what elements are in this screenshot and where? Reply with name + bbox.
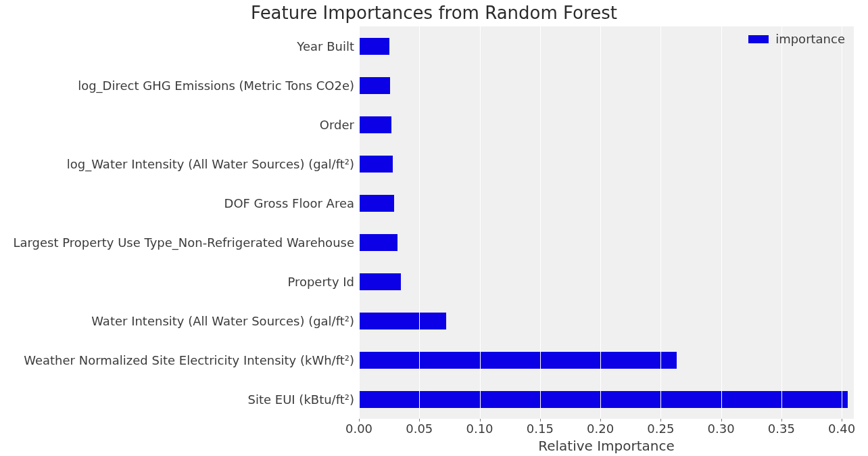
gridline — [660, 26, 661, 419]
y-tick-label: Water Intensity (All Water Sources) (gal… — [91, 314, 354, 328]
gridline — [359, 26, 360, 419]
bar — [359, 352, 677, 369]
legend-label: importance — [775, 32, 845, 46]
bar — [359, 195, 394, 212]
gridline — [842, 26, 842, 419]
x-tick-label: 0.15 — [527, 421, 554, 436]
x-tick-mark — [359, 419, 360, 421]
x-tick-label: 0.40 — [828, 421, 855, 436]
bar — [359, 77, 390, 94]
gridline — [600, 26, 601, 419]
y-tick-label: log_Direct GHG Emissions (Metric Tons CO… — [78, 78, 354, 93]
x-tick-mark — [600, 419, 601, 421]
plot-area — [359, 26, 854, 419]
bar — [359, 234, 397, 251]
x-tick-label: 0.05 — [406, 421, 433, 436]
x-tick-label: 0.30 — [708, 421, 735, 436]
legend-swatch — [748, 35, 769, 43]
gridline — [721, 26, 722, 419]
bars-layer — [359, 26, 854, 419]
bar — [359, 38, 389, 55]
x-tick-mark — [480, 419, 481, 421]
gridline — [480, 26, 481, 419]
y-tick-label: Weather Normalized Site Electricity Inte… — [24, 353, 354, 367]
chart-title: Feature Importances from Random Forest — [0, 3, 868, 23]
bar — [359, 391, 848, 408]
x-tick-label: 0.00 — [345, 421, 372, 436]
x-tick-mark — [660, 419, 661, 421]
bar — [359, 156, 393, 173]
legend: importance — [748, 32, 845, 46]
y-tick-label: Order — [320, 118, 354, 132]
x-axis-label: Relative Importance — [538, 438, 675, 454]
x-tick-mark — [540, 419, 541, 421]
y-tick-label: Site EUI (kBtu/ft²) — [248, 392, 355, 407]
gridline — [419, 26, 420, 419]
y-tick-label: Year Built — [297, 39, 354, 53]
y-tick-label: Property Id — [287, 275, 354, 289]
x-tick-label: 0.35 — [768, 421, 795, 436]
y-tick-label: DOF Gross Floor Area — [224, 196, 354, 210]
x-tick-label: 0.20 — [587, 421, 614, 436]
y-tick-label: Largest Property Use Type_Non-Refrigerat… — [13, 235, 354, 250]
x-tick-mark — [781, 419, 782, 421]
bar — [359, 313, 446, 329]
gridline — [781, 26, 782, 419]
x-tick-label: 0.10 — [466, 421, 493, 436]
x-tick-label: 0.25 — [647, 421, 674, 436]
y-tick-label: log_Water Intensity (All Water Sources) … — [67, 157, 354, 171]
x-tick-mark — [721, 419, 722, 421]
bar — [359, 273, 401, 290]
gridline — [540, 26, 541, 419]
bar — [359, 116, 391, 133]
x-tick-mark — [419, 419, 420, 421]
x-tick-mark — [842, 419, 842, 421]
chart-figure: Feature Importances from Random Forest i… — [0, 0, 868, 456]
